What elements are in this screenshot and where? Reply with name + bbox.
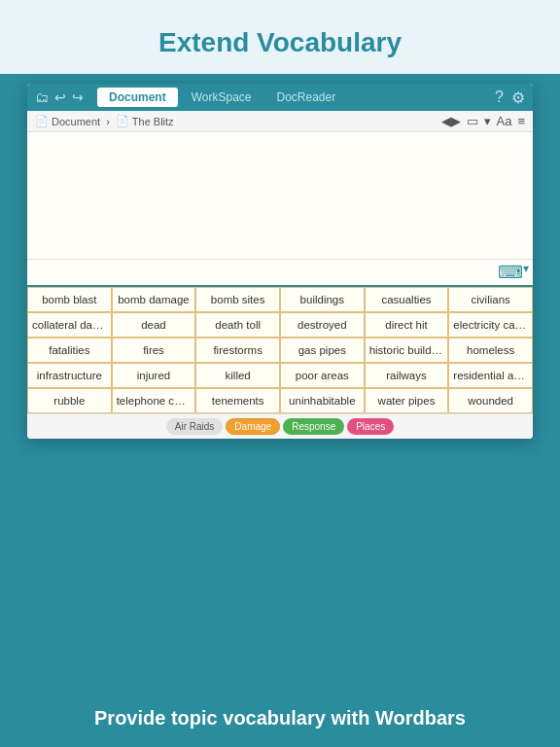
- secondary-toolbar-right: ◀▶ ▭ ▾ Aa ≡: [441, 114, 526, 128]
- word-cell[interactable]: wounded: [448, 388, 533, 413]
- word-cell[interactable]: injured: [112, 363, 196, 388]
- word-cell[interactable]: fires: [112, 338, 196, 363]
- dropdown-icon[interactable]: ▾: [484, 114, 491, 128]
- category-tab-air-raids[interactable]: Air Raids: [166, 418, 224, 435]
- word-cell[interactable]: homeless: [448, 338, 533, 363]
- word-cell[interactable]: electricity cables: [448, 312, 533, 338]
- word-cell[interactable]: killed: [195, 363, 280, 388]
- bottom-section: Provide topic vocabulary with Wordbars: [0, 690, 560, 747]
- breadcrumb-document: 📄 Document: [35, 115, 100, 127]
- word-cell[interactable]: bomb blast: [27, 287, 112, 312]
- undo-icon[interactable]: ↩: [54, 89, 66, 105]
- word-cell[interactable]: buildings: [280, 287, 365, 312]
- word-cell[interactable]: infrastructure: [27, 363, 112, 388]
- keyboard-icon[interactable]: ⌨: [498, 262, 523, 283]
- word-cell[interactable]: death toll: [195, 312, 280, 338]
- word-cell[interactable]: rubble: [27, 388, 112, 413]
- word-cell[interactable]: firestorms: [195, 338, 280, 363]
- word-cell[interactable]: dead: [112, 312, 196, 338]
- nav-tabs: Document WorkSpace DocReader: [97, 88, 347, 107]
- font-size-icon[interactable]: Aa: [497, 114, 512, 128]
- word-cell[interactable]: direct hit: [365, 312, 449, 338]
- tab-workspace[interactable]: WorkSpace: [180, 88, 263, 107]
- tab-docreader[interactable]: DocReader: [264, 88, 347, 107]
- word-cell[interactable]: uninhabitable: [280, 388, 365, 413]
- toolbar-right: ? ⚙: [495, 89, 525, 107]
- word-grid: bomb blastbomb damagebomb sitesbuildings…: [27, 285, 533, 413]
- keyboard-row: ⌨ ▾: [27, 259, 533, 285]
- word-cell[interactable]: poor areas: [280, 363, 365, 388]
- word-cell[interactable]: railways: [365, 363, 449, 388]
- list-icon[interactable]: ≡: [517, 114, 525, 128]
- word-cell[interactable]: residential areas: [448, 363, 533, 388]
- word-cell[interactable]: tenements: [195, 388, 280, 413]
- folder-icon[interactable]: 🗂: [35, 89, 49, 105]
- view-icon[interactable]: ▭: [467, 114, 478, 128]
- middle-band: 🗂 ↩ ↪ Document WorkSpace DocReader ? ⚙ 📄…: [0, 74, 560, 690]
- breadcrumb-blitz: 📄 The Blitz: [116, 115, 174, 127]
- page-title: Extend Vocabulary: [158, 27, 402, 58]
- keyboard-dropdown-icon[interactable]: ▾: [523, 262, 529, 283]
- breadcrumb-separator: ›: [106, 116, 110, 127]
- footer-title: Provide topic vocabulary with Wordbars: [94, 707, 466, 729]
- doc-icon: 📄: [35, 115, 49, 127]
- settings-icon[interactable]: ⚙: [511, 89, 525, 107]
- word-cell[interactable]: destroyed: [280, 312, 365, 338]
- document-area[interactable]: [27, 132, 533, 259]
- tab-document[interactable]: Document: [97, 88, 178, 107]
- redo-icon[interactable]: ↪: [72, 89, 84, 105]
- nav-arrows-icon[interactable]: ◀▶: [441, 114, 461, 128]
- toolbar: 🗂 ↩ ↪ Document WorkSpace DocReader ? ⚙: [27, 84, 533, 111]
- top-section: Extend Vocabulary: [0, 0, 560, 74]
- category-tab-damage[interactable]: Damage: [226, 418, 280, 435]
- file-icon: 📄: [116, 115, 129, 127]
- word-cell[interactable]: historic buildings: [365, 338, 449, 363]
- word-cell[interactable]: water pipes: [365, 388, 449, 413]
- category-tab-response[interactable]: Response: [283, 418, 344, 435]
- category-tabs: Air RaidsDamageResponsePlaces: [27, 413, 533, 439]
- category-tab-places[interactable]: Places: [347, 418, 394, 435]
- word-cell[interactable]: collateral damage: [27, 312, 112, 338]
- secondary-toolbar: 📄 Document › 📄 The Blitz ◀▶ ▭ ▾ Aa ≡: [27, 111, 533, 132]
- help-icon[interactable]: ?: [495, 89, 504, 106]
- word-cell[interactable]: fatalities: [27, 338, 112, 363]
- word-cell[interactable]: bomb sites: [195, 287, 280, 312]
- word-cell[interactable]: civilians: [448, 287, 533, 312]
- word-cell[interactable]: casualties: [365, 287, 449, 312]
- word-cell[interactable]: bomb damage: [112, 287, 196, 312]
- word-cell[interactable]: telephone cables: [112, 388, 196, 413]
- app-window: 🗂 ↩ ↪ Document WorkSpace DocReader ? ⚙ 📄…: [27, 84, 533, 439]
- word-cell[interactable]: gas pipes: [280, 338, 365, 363]
